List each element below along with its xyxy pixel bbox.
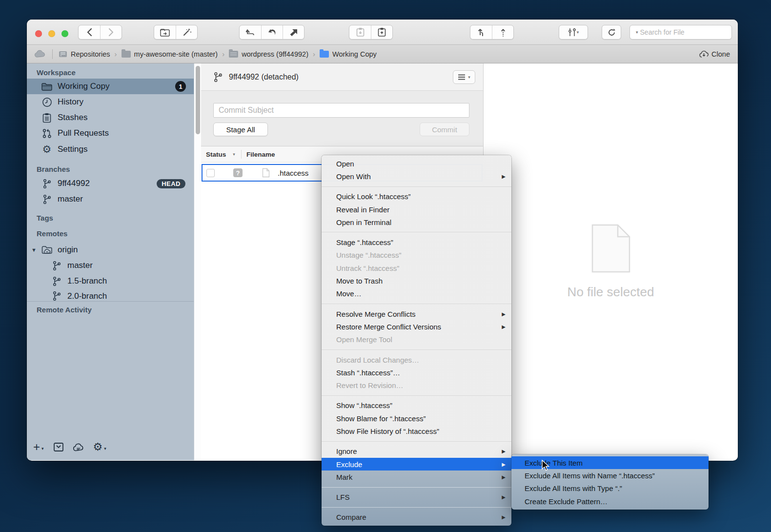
menu-item-show-file-history[interactable]: Show File History of “.htaccess” [322, 425, 511, 437]
menu-item-lfs[interactable]: LFS▶ [322, 491, 511, 504]
cloud-service-icon[interactable] [72, 443, 85, 452]
menu-item-reveal-in-finder[interactable]: Reveal in Finder [322, 203, 511, 216]
remote-folder-icon [41, 246, 53, 254]
divider [52, 49, 53, 59]
nav-group [78, 25, 122, 40]
menu-item-exclude[interactable]: Exclude▶ [322, 458, 511, 471]
sidebar-scrollbar-thumb[interactable] [196, 66, 200, 134]
branches-header: Branches [27, 165, 70, 173]
menu-item-resolve-merge-conflicts[interactable]: Resolve Merge Conflicts▶ [322, 307, 511, 320]
menu-separator [322, 186, 511, 187]
menu-item-stage[interactable]: Stage “.htaccess” [322, 236, 511, 248]
settings-gear-icon[interactable]: ⚙ [93, 441, 103, 453]
breadcrumb-subrepo[interactable]: wordpress (9ff44992) [229, 50, 308, 58]
sort-chevron-icon[interactable]: ▾ [233, 152, 235, 157]
submenu-arrow-icon: ▶ [502, 174, 506, 179]
commit-up-right-arrow-icon-button[interactable] [283, 25, 304, 39]
menu-item-open[interactable]: Open [322, 157, 511, 170]
breadcrumb-repositories[interactable]: Repositories [59, 50, 110, 58]
sidebar-item-stashes[interactable]: Stashes [27, 110, 194, 125]
working-copy-count-badge: 1 [175, 81, 186, 92]
hamburger-icon [458, 74, 466, 80]
menu-item-compare[interactable]: Compare▶ [322, 511, 511, 524]
filter-options-button[interactable]: ▾ [559, 25, 588, 39]
open-repository-icon-button[interactable] [154, 25, 176, 39]
folder-icon [41, 82, 53, 91]
submenu-arrow-icon: ▶ [502, 324, 506, 329]
menu-item-stash[interactable]: Stash “.htaccess”… [322, 366, 511, 379]
menu-item-show[interactable]: Show “.htaccess” [322, 399, 511, 412]
menu-item-move[interactable]: Move… [322, 287, 511, 300]
breadcrumb-repo[interactable]: my-awesome-site (master) [122, 50, 218, 58]
breadcrumb-working-copy[interactable]: Working Copy [320, 50, 377, 58]
filename-column-header[interactable]: Filename [246, 151, 275, 158]
refresh-group [602, 25, 621, 40]
commit-button[interactable]: Commit [420, 123, 469, 136]
menu-item-move-to-trash[interactable]: Move to Trash [322, 274, 511, 287]
add-icon[interactable]: + [33, 442, 40, 452]
sidebar-bottom-bar: + ▾ ⚙ ▾ [33, 441, 106, 453]
menu-item-open-merge-tool: Open Merge Tool [322, 333, 511, 346]
sidebar-remote-branch-1-5[interactable]: 1.5-branch [27, 273, 194, 289]
menu-item-show-blame[interactable]: Show Blame for “.htaccess” [322, 412, 511, 425]
disclosure-triangle-icon[interactable]: ▼ [31, 247, 37, 253]
sidebar-item-label: Stashes [58, 113, 87, 123]
sidebar-item-pull-requests[interactable]: Pull Requests [27, 125, 194, 141]
pull-icon-button[interactable] [470, 25, 492, 39]
stash-save-icon-button[interactable] [349, 25, 371, 39]
sidebar-remote-branch-master[interactable]: master [27, 258, 194, 273]
file-search-field[interactable]: ▾ [629, 25, 732, 40]
branch-icon [50, 261, 63, 271]
close-window-button[interactable] [35, 30, 42, 37]
detail-pane: No file selected [483, 63, 738, 460]
commit-subject-input[interactable] [213, 103, 469, 118]
sidebar-branch-9ff44992[interactable]: 9ff44992 HEAD [27, 176, 194, 191]
sidebar-remote-branch-2-0[interactable]: 2.0-branch [27, 289, 194, 301]
forward-button[interactable] [100, 25, 122, 39]
minimize-window-button[interactable] [48, 30, 55, 37]
menu-item-quick-look[interactable]: Quick Look “.htaccess” [322, 190, 511, 203]
zoom-window-button[interactable] [61, 30, 68, 37]
add-chevron-icon[interactable]: ▾ [41, 446, 44, 451]
breadcrumb-separator: › [222, 50, 224, 58]
sidebar-item-history[interactable]: History [27, 94, 194, 110]
column-divider[interactable] [241, 150, 242, 159]
menu-item-ignore[interactable]: Ignore▶ [322, 445, 511, 458]
push-icon-button[interactable] [492, 25, 513, 39]
current-ref-label: 9ff44992 (detached) [229, 73, 453, 82]
sidebar-scrollbar-track[interactable] [194, 63, 201, 460]
menu-item-mark[interactable]: Mark▶ [322, 471, 511, 483]
sidebar-remote-origin[interactable]: ▼ origin [27, 242, 194, 258]
menu-item-open-in-terminal[interactable]: Open in Terminal [322, 216, 511, 228]
quick-actions-wand-button[interactable] [176, 25, 197, 39]
remote-branch-label: 2.0-branch [67, 291, 107, 301]
stage-all-button[interactable]: Stage All [213, 123, 268, 136]
sidebar-item-working-copy[interactable]: Working Copy 1 [27, 79, 194, 94]
repositories-icon [59, 50, 67, 58]
refresh-button[interactable] [602, 25, 621, 39]
gear-chevron-icon[interactable]: ▾ [104, 446, 106, 451]
branch-icon [50, 291, 63, 301]
sidebar-item-settings[interactable]: ⚙ Settings [27, 142, 194, 157]
clone-button[interactable]: Clone [699, 50, 730, 58]
sidebar-branch-master[interactable]: master [27, 191, 194, 207]
menu-item-restore-merge-conflict-versions[interactable]: Restore Merge Conflict Versions▶ [322, 320, 511, 333]
status-column-header[interactable]: Status [206, 151, 226, 158]
tray-icon[interactable] [53, 442, 64, 452]
stash-apply-icon-button[interactable] [371, 25, 392, 39]
workspace-header: Workspace [27, 68, 76, 77]
back-button[interactable] [79, 25, 100, 39]
gear-icon: ⚙ [41, 143, 53, 155]
stage-checkbox[interactable] [206, 169, 215, 177]
search-input[interactable] [640, 28, 729, 36]
revert-filled-arrow-icon-button[interactable] [261, 25, 283, 39]
menu-item-open-with[interactable]: Open With▶ [322, 170, 511, 183]
commit-options-button[interactable]: ▾ [453, 70, 475, 84]
discard-outline-arrow-icon-button[interactable] [240, 25, 261, 39]
chevron-down-icon: ▾ [577, 30, 579, 35]
breadcrumb-separator: › [313, 50, 315, 58]
sidebar: Workspace Working Copy 1 History Stashes [27, 63, 194, 460]
submenu-item-create-exclude-pattern[interactable]: Create Exclude Pattern… [511, 495, 709, 508]
menu-item-revert-to-revision: Revert to Revision… [322, 379, 511, 391]
clipboard-icon [41, 113, 53, 123]
